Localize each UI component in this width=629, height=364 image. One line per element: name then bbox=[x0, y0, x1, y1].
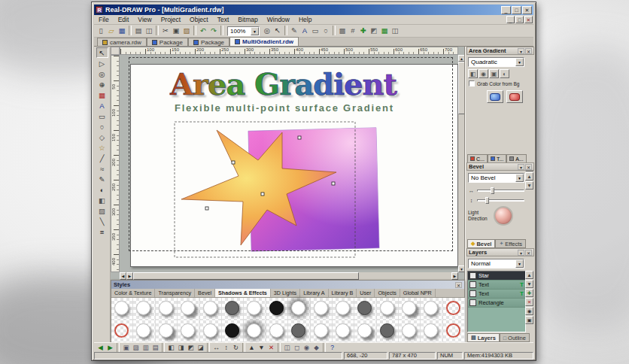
tab-effects[interactable]: ✦Effects bbox=[495, 239, 526, 248]
tab-c[interactable]: C... bbox=[467, 154, 488, 162]
style-swatch-ring[interactable] bbox=[443, 320, 465, 343]
scroll-left-icon[interactable]: ◀ bbox=[120, 272, 126, 280]
panel-pin-icon[interactable]: ▾ bbox=[518, 164, 524, 170]
bevel-size-slider[interactable]: ↔ bbox=[468, 187, 524, 194]
style-swatch-soft[interactable] bbox=[133, 320, 155, 343]
styles-tab-user[interactable]: User bbox=[357, 289, 375, 297]
layer-up-icon[interactable]: ▲ bbox=[525, 271, 533, 279]
style-swatch-soft[interactable] bbox=[333, 298, 354, 320]
dock-down-icon[interactable]: ▼ bbox=[525, 181, 533, 190]
layer-thumbnail[interactable] bbox=[469, 272, 476, 279]
pen-icon[interactable]: ✎ bbox=[289, 26, 299, 36]
slider-track[interactable] bbox=[477, 199, 524, 202]
area-gradient-panel-header[interactable]: Area Gradient ▾ ✕ bbox=[466, 47, 534, 55]
document-page[interactable]: Area Gradient Area Gradient Flexible mul… bbox=[130, 64, 458, 267]
weld-icon[interactable]: ◉ bbox=[302, 343, 311, 352]
style-swatch-soft[interactable] bbox=[377, 298, 399, 320]
align-left-icon[interactable]: ◧ bbox=[166, 343, 176, 352]
vertical-scrollbar[interactable]: ▲ ▼ bbox=[458, 55, 465, 272]
panel-close-icon[interactable]: ✕ bbox=[525, 164, 532, 170]
panel-close-icon[interactable]: ✕ bbox=[525, 48, 532, 54]
selection-handle[interactable] bbox=[261, 193, 264, 196]
show-layers-icon[interactable]: ◩ bbox=[369, 26, 379, 36]
help-icon[interactable]: ? bbox=[327, 343, 337, 352]
style-swatch-dark[interactable] bbox=[377, 320, 399, 343]
layer-thumbnail[interactable] bbox=[469, 290, 476, 297]
move-down-icon[interactable]: ▼ bbox=[257, 343, 266, 352]
print-preview-icon[interactable]: ◫ bbox=[144, 26, 154, 36]
fill-icon[interactable]: ◐ bbox=[96, 184, 108, 195]
pan-icon[interactable]: ⊕ bbox=[96, 79, 108, 89]
styles-tab-library-b[interactable]: Library B bbox=[329, 289, 357, 297]
scroll-up-icon[interactable]: ▲ bbox=[458, 55, 465, 62]
layer-thumbnail[interactable] bbox=[469, 281, 476, 288]
pen-icon[interactable]: ✎ bbox=[96, 174, 108, 184]
grab-color-checkbox[interactable]: Grab Color from Bg bbox=[469, 80, 519, 86]
styles-tab-3d-lights[interactable]: 3D Lights bbox=[271, 289, 300, 297]
eraser-icon[interactable]: ▨ bbox=[96, 205, 108, 216]
clone-object-icon[interactable]: ▤ bbox=[150, 343, 160, 352]
menu-edit[interactable]: Edit bbox=[114, 15, 134, 25]
layer-row-star[interactable]: Star bbox=[468, 271, 525, 281]
style-swatch-black[interactable] bbox=[222, 320, 244, 343]
styles-tab-global-npr[interactable]: Global NPR bbox=[400, 289, 436, 297]
style-swatch-ring[interactable] bbox=[111, 320, 133, 343]
copy-icon[interactable]: ▣ bbox=[171, 26, 181, 36]
menu-object[interactable]: Object bbox=[185, 15, 213, 25]
light-direction-ball[interactable] bbox=[494, 206, 513, 226]
menu-view[interactable]: View bbox=[133, 15, 156, 25]
doc-tab-camera-rdw[interactable]: camera.rdw bbox=[97, 38, 147, 46]
style-swatch-soft[interactable] bbox=[333, 320, 354, 343]
slider-track[interactable] bbox=[477, 190, 524, 192]
scrollbar-thumb[interactable] bbox=[458, 62, 465, 114]
style-swatch-offset[interactable] bbox=[354, 320, 376, 343]
scroll-down-icon[interactable]: ▼ bbox=[458, 265, 465, 272]
print-icon[interactable]: ▤ bbox=[133, 26, 144, 36]
styles-tab-transparency[interactable]: Transparency bbox=[155, 289, 195, 297]
styles-close-icon[interactable]: ✕ bbox=[455, 282, 462, 288]
style-swatch-dark[interactable] bbox=[354, 298, 376, 320]
zoom-tool-icon[interactable]: ◎ bbox=[262, 26, 272, 36]
style-swatch-black[interactable] bbox=[266, 298, 288, 320]
horizontal-scrollbar[interactable]: ◀ ▶ ▶ bbox=[120, 272, 458, 280]
edit-points-icon[interactable]: ▷ bbox=[96, 58, 108, 68]
scroll-right-icon[interactable]: ▶ bbox=[451, 272, 458, 280]
style-swatch-soft[interactable] bbox=[200, 298, 222, 320]
style-swatch-offset[interactable] bbox=[178, 298, 199, 320]
workspace[interactable]: Area Gradient Area Gradient Flexible mul… bbox=[120, 55, 458, 272]
gradient-icon[interactable]: ◧ bbox=[96, 195, 108, 205]
chevron-down-icon[interactable]: ▼ bbox=[251, 27, 259, 35]
doc-tab-multigradient-rdw[interactable]: MultiGradient.rdw bbox=[229, 37, 299, 46]
text-icon[interactable]: A bbox=[96, 100, 108, 111]
gradient-radial-icon[interactable]: ◉ bbox=[479, 69, 488, 78]
chevron-down-icon[interactable]: ▼ bbox=[515, 259, 524, 268]
document-close-icon[interactable]: ✕ bbox=[524, 16, 533, 23]
layers-panel-header[interactable]: Layers ▾ ✕ bbox=[466, 248, 534, 256]
bevel-smooth-slider[interactable]: ↕ bbox=[468, 196, 524, 204]
chevron-down-icon[interactable]: ▼ bbox=[515, 174, 524, 182]
menu-bitmap[interactable]: Bitmap bbox=[233, 15, 262, 25]
color-picker-icon[interactable]: ▦ bbox=[96, 89, 108, 100]
knife-icon[interactable]: ╲ bbox=[96, 216, 108, 226]
dock-up-icon[interactable]: ▲ bbox=[525, 172, 533, 180]
layer-row-text[interactable]: TextT bbox=[468, 290, 525, 299]
tab-layers[interactable]: ▤Layers bbox=[467, 333, 500, 342]
layer-lock-icon[interactable]: ▣ bbox=[525, 316, 533, 324]
measure-icon[interactable]: ≡ bbox=[96, 226, 108, 237]
scroll-right-icon[interactable]: ▶ bbox=[126, 272, 133, 280]
paste-icon[interactable]: ▨ bbox=[181, 26, 192, 36]
tab-a[interactable]: A... bbox=[506, 154, 527, 162]
selection-handle[interactable] bbox=[332, 182, 335, 185]
slider-thumb[interactable] bbox=[491, 187, 494, 194]
scrollbar-track[interactable] bbox=[458, 114, 465, 265]
polygon-icon[interactable]: ◇ bbox=[96, 132, 108, 142]
delete-icon[interactable]: ✕ bbox=[266, 343, 276, 352]
style-swatch-soft[interactable] bbox=[178, 320, 199, 343]
group-icon[interactable]: ◫ bbox=[282, 343, 292, 352]
zoom-level-select[interactable]: 100% ▼ bbox=[227, 26, 260, 36]
panel-close-icon[interactable]: ✕ bbox=[525, 250, 532, 256]
move-up-icon[interactable]: ▲ bbox=[247, 343, 257, 352]
snap-icon[interactable]: # bbox=[348, 26, 358, 36]
style-swatch-soft[interactable] bbox=[399, 320, 421, 343]
styles-tab-bevel[interactable]: Bevel bbox=[195, 289, 215, 297]
